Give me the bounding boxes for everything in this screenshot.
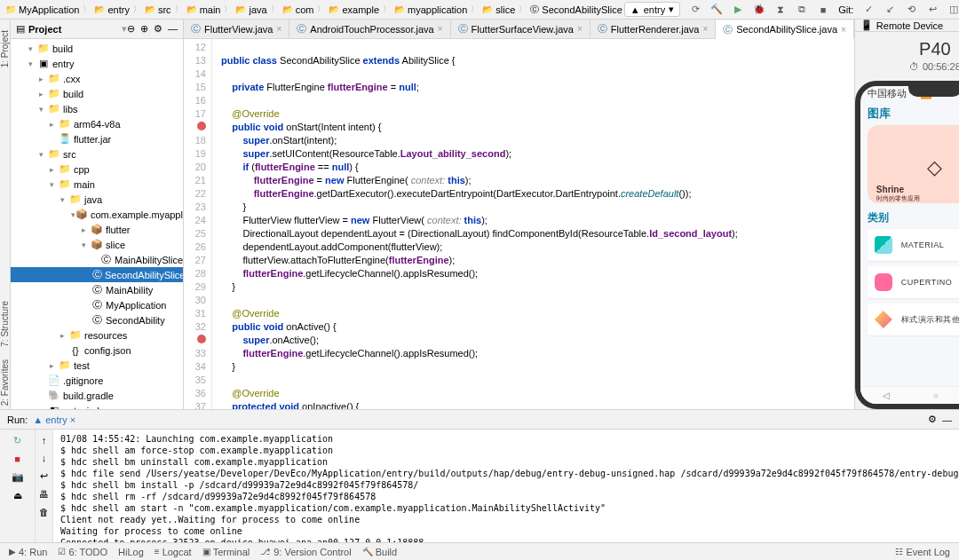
code-editor[interactable]: public class SecondAbilitySlice extends …	[212, 39, 854, 409]
tree-node[interactable]: ⒸMainAbility	[11, 282, 183, 297]
tree-node[interactable]: ▸📁arm64-v8a	[11, 116, 183, 131]
status-run[interactable]: ▶ 4: Run	[4, 547, 52, 557]
run-console[interactable]: 01/08 14:55:42: Launching com.example.my…	[53, 430, 959, 542]
down-icon[interactable]: ↓	[42, 453, 47, 463]
top-toolbar: 📁 MyApplication〉📂 entry〉📂 src〉📂 main〉📂 j…	[0, 0, 959, 20]
rerun-icon[interactable]: ↻	[13, 435, 21, 446]
nav-back-icon[interactable]: ◁	[883, 390, 890, 400]
device-icon: 📱	[860, 20, 873, 31]
project-panel-header: ▤ Project ▾ ⊖ ⊕ ⚙ —	[11, 20, 183, 39]
tree-node[interactable]: ▾📁main	[11, 177, 183, 192]
project-mode-icon[interactable]: ▤	[16, 23, 25, 35]
tree-node[interactable]: 🫙flutter.jar	[11, 131, 183, 146]
git-revert-icon[interactable]: ↩	[926, 4, 939, 16]
favorites-tool-button[interactable]: 2: Favorites	[0, 356, 10, 409]
tree-node[interactable]: ⒸMyApplication	[11, 297, 183, 312]
status-event-log[interactable]: ☷ Event Log	[890, 547, 955, 557]
tree-node[interactable]: ◧entry.iml	[11, 403, 183, 409]
editor-body[interactable]: 121314151617 181920212223242526272829303…	[184, 39, 854, 409]
git-pull-icon[interactable]: ↙	[884, 4, 896, 16]
tree-node[interactable]: ▾📦com.example.myapplication	[11, 207, 183, 222]
phone-nav-bar[interactable]: ◁ ○ □	[860, 386, 959, 404]
status-todo[interactable]: ☑ 6: TODO	[52, 547, 113, 557]
left-tool-gutter: 1: Project 7: Structure 2: Favorites	[0, 20, 11, 409]
run-config-tab[interactable]: ▲ entry ×	[33, 414, 75, 425]
breadcrumb-item[interactable]: 📁 MyApplication	[4, 4, 81, 15]
editor-tab[interactable]: Ⓒ FlutterView.java ×	[184, 20, 289, 38]
windows-icon[interactable]: ◫	[947, 4, 959, 16]
run-settings-icon[interactable]: ⚙	[928, 414, 937, 425]
project-hide-icon[interactable]: —	[168, 23, 178, 35]
breadcrumb-item[interactable]: 📂 slice	[480, 4, 517, 15]
category-material[interactable]: MATERIAL	[868, 229, 959, 261]
tree-node[interactable]: ▾▣entry	[11, 56, 183, 71]
run-icon[interactable]: ▶	[732, 4, 744, 16]
run-config-selector[interactable]: ▲ entry ▾	[624, 2, 680, 17]
git-history-icon[interactable]: ⟲	[905, 4, 917, 16]
exit-icon[interactable]: ⏏	[13, 490, 22, 501]
diamond-icon: ◇	[927, 156, 942, 179]
breadcrumb-item[interactable]: Ⓒ SecondAbilitySlice	[528, 4, 624, 16]
breadcrumb-item[interactable]: 📂 java	[234, 4, 268, 15]
nav-home-icon[interactable]: ○	[933, 390, 939, 400]
editor-gutter[interactable]: 121314151617 181920212223242526272829303…	[184, 39, 212, 409]
tree-node[interactable]: ▸📁test	[11, 358, 183, 373]
tree-node[interactable]: ▾📁java	[11, 192, 183, 207]
profile-icon[interactable]: ⧗	[774, 4, 787, 16]
tree-node[interactable]: 📄.gitignore	[11, 373, 183, 388]
tree-node[interactable]: ▸📁resources	[11, 327, 183, 343]
up-icon[interactable]: ↑	[42, 435, 47, 446]
run-toolbar: ↻ ■ 📷 ⏏	[0, 430, 36, 542]
clear-icon[interactable]: 🗑	[39, 507, 49, 517]
breadcrumb-item[interactable]: 📂 main	[185, 4, 223, 15]
shrine-card[interactable]: ◇ Shrine 时尚的零售应用	[868, 125, 959, 203]
tree-node[interactable]: ▾📦slice	[11, 237, 183, 252]
category-other[interactable]: 样式演示和其他演示	[868, 304, 959, 335]
editor-tab[interactable]: Ⓒ FlutterSurfaceView.java ×	[451, 20, 590, 38]
attach-icon[interactable]: ⧉	[796, 4, 808, 16]
build-icon[interactable]: 🔨	[710, 4, 723, 16]
category-cupertino[interactable]: CUPERTINO	[868, 266, 959, 298]
debug-icon[interactable]: 🐞	[753, 4, 765, 16]
project-settings-icon[interactable]: ⚙	[154, 23, 162, 35]
stop-icon[interactable]: ■	[817, 4, 829, 16]
project-locate-icon[interactable]: ⊕	[140, 23, 148, 35]
breadcrumb-item[interactable]: 📂 myapplication	[392, 4, 469, 15]
status-build[interactable]: 🔨 Build	[357, 547, 402, 557]
tree-node[interactable]: ⒸSecondAbilitySlice	[11, 267, 183, 282]
tree-node[interactable]: ▾📁build	[11, 41, 183, 56]
tree-node[interactable]: 🐘build.gradle	[11, 388, 183, 403]
status-logcat[interactable]: ≡ Logcat	[149, 547, 197, 557]
stop-run-icon[interactable]: ■	[14, 454, 20, 464]
tree-node[interactable]: {}config.json	[11, 343, 183, 358]
status-hilog[interactable]: HiLog	[113, 547, 149, 557]
tree-node[interactable]: ⒸSecondAbility	[11, 312, 183, 327]
breadcrumb-item[interactable]: 📂 example	[327, 4, 381, 15]
tree-node[interactable]: ▸📁build	[11, 86, 183, 101]
breadcrumb-item[interactable]: 📂 com	[281, 4, 316, 15]
print-icon[interactable]: 🖶	[39, 489, 49, 500]
tree-node[interactable]: ▸📁.cxx	[11, 71, 183, 86]
project-collapse-icon[interactable]: ⊖	[127, 23, 135, 35]
status-vc[interactable]: ⎇ 9: Version Control	[255, 547, 356, 557]
tree-node[interactable]: ▸📦flutter	[11, 222, 183, 237]
tree-node[interactable]: ▸📁cpp	[11, 162, 183, 177]
sync-icon[interactable]: ⟳	[689, 4, 701, 16]
phone-screen[interactable]: 图库 ◇ Shrine 时尚的零售应用 类别 MATERIAL CUPERTIN…	[860, 100, 959, 386]
tree-node[interactable]: ▾📁src	[11, 146, 183, 162]
git-update-icon[interactable]: ✓	[862, 4, 875, 16]
dump-icon[interactable]: 📷	[12, 471, 24, 483]
wrap-icon[interactable]: ↩	[40, 470, 48, 482]
status-terminal[interactable]: ▣ Terminal	[197, 547, 256, 557]
project-tool-button[interactable]: 1: Project	[0, 27, 10, 71]
editor-tab[interactable]: Ⓒ SecondAbilitySlice.java ×	[716, 20, 854, 39]
structure-tool-button[interactable]: 7: Structure	[0, 297, 10, 351]
breadcrumb-item[interactable]: 📂 src	[143, 4, 173, 15]
tree-node[interactable]: ⒸMainAbilitySlice	[11, 252, 183, 267]
editor-tab[interactable]: Ⓒ AndroidTouchProcessor.java ×	[289, 20, 450, 38]
breadcrumb-item[interactable]: 📂 entry	[92, 4, 131, 15]
run-hide-icon[interactable]: —	[942, 414, 952, 425]
editor-tab[interactable]: Ⓒ FlutterRenderer.java ×	[590, 20, 717, 38]
project-tree[interactable]: ▾📁build▾▣entry▸📁.cxx▸📁build▾📁libs▸📁arm64…	[11, 39, 183, 409]
tree-node[interactable]: ▾📁libs	[11, 101, 183, 116]
